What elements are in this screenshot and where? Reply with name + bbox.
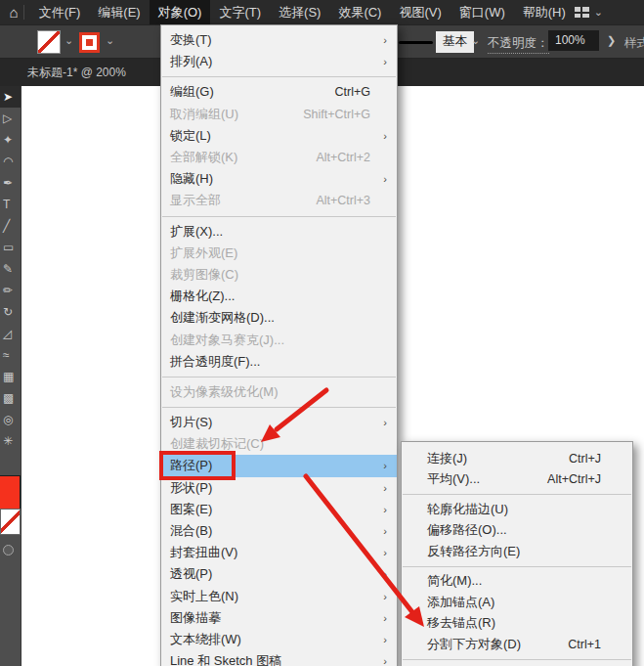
menu-separator bbox=[403, 566, 631, 567]
paintbrush-tool-icon[interactable]: ✎ bbox=[0, 258, 21, 280]
menu-item-label: 图案(E) bbox=[170, 501, 212, 518]
expand-arrow-icon[interactable]: ❯ bbox=[607, 34, 616, 47]
menu-item-label: 取消编组(U) bbox=[170, 106, 238, 123]
menu-item[interactable]: 锁定(L)› bbox=[161, 125, 397, 147]
menu-item[interactable]: 分割下方对象(D)Ctrl+1 bbox=[402, 634, 632, 655]
color-mode-icon[interactable] bbox=[3, 545, 14, 555]
magic-wand-tool-icon[interactable]: ✦ bbox=[0, 129, 21, 151]
menu-item[interactable]: 添加锚点(A) bbox=[402, 592, 632, 613]
menu-item-label: 隐藏(H) bbox=[170, 170, 213, 188]
menu-item[interactable]: 简化(M)... bbox=[402, 571, 632, 593]
menubar-item[interactable]: 文字(T) bbox=[210, 0, 270, 24]
menu-item[interactable]: 设为像素级优化(M) bbox=[161, 381, 397, 403]
menu-item[interactable]: 显示全部Alt+Ctrl+3 bbox=[161, 190, 397, 211]
menu-item[interactable]: 轮廓化描边(U) bbox=[402, 499, 632, 520]
menu-item[interactable]: 透视(P)› bbox=[161, 563, 397, 585]
chevron-down-icon[interactable]: ⌄ bbox=[471, 34, 480, 47]
submenu-arrow-icon: › bbox=[374, 634, 387, 645]
type-tool-icon[interactable]: T bbox=[0, 194, 21, 215]
menu-item[interactable]: 混合(B)› bbox=[161, 520, 397, 542]
path-submenu-dropdown: 连接(J)Ctrl+J平均(V)...Alt+Ctrl+J轮廓化描边(U)偏移路… bbox=[401, 441, 633, 666]
workspace-switcher[interactable]: ⌄ bbox=[575, 6, 603, 19]
menu-item[interactable]: 封套扭曲(V)› bbox=[161, 542, 397, 563]
menu-item[interactable]: 扩展(X)... bbox=[161, 221, 397, 243]
menubar-item[interactable]: 选择(S) bbox=[270, 0, 329, 24]
menubar-item[interactable]: 文件(F) bbox=[30, 0, 90, 24]
line-segment-tool-icon[interactable]: ╱ bbox=[0, 215, 21, 237]
menubar-item[interactable]: 帮助(H) bbox=[514, 0, 575, 24]
menu-item-label: 文本绕排(W) bbox=[170, 631, 241, 648]
brush-style-dropdown[interactable]: 基本 bbox=[436, 31, 474, 53]
menubar-item[interactable]: 编辑(E) bbox=[89, 0, 149, 24]
menu-item[interactable]: 创建裁切标记(C) bbox=[161, 433, 397, 455]
menubar-item[interactable]: 窗口(W) bbox=[451, 0, 514, 24]
menu-item[interactable]: 图像描摹› bbox=[161, 607, 397, 629]
menu-item[interactable]: 裁剪图像(C) bbox=[161, 264, 397, 286]
submenu-arrow-icon: › bbox=[374, 173, 387, 185]
menu-item[interactable]: 切片(S)› bbox=[161, 412, 397, 433]
menu-item[interactable]: 栅格化(Z)... bbox=[161, 286, 397, 307]
scale-tool-icon[interactable]: ◿ bbox=[0, 323, 21, 344]
menu-item-label: 路径(P) bbox=[170, 457, 212, 474]
opacity-label[interactable]: 不透明度： bbox=[488, 35, 549, 54]
eyedropper-tool-icon[interactable]: ◎ bbox=[0, 409, 21, 430]
menu-item[interactable]: 取消编组(U)Shift+Ctrl+G bbox=[161, 104, 397, 125]
menu-item[interactable]: 排列(A)› bbox=[161, 51, 397, 72]
opacity-input[interactable]: 100% bbox=[548, 30, 599, 51]
menu-item-label: 显示全部 bbox=[170, 192, 221, 209]
menubar-item[interactable]: 视图(V) bbox=[390, 0, 450, 24]
home-icon[interactable]: ⌂ bbox=[8, 0, 20, 24]
stroke-color-swatch[interactable] bbox=[79, 32, 100, 53]
menu-item[interactable]: 创建渐变网格(D)... bbox=[161, 307, 397, 329]
menu-item[interactable]: 扩展外观(E) bbox=[161, 243, 397, 264]
pencil-tool-icon[interactable]: ✏ bbox=[0, 280, 21, 301]
menu-item[interactable]: 实时上色(N)› bbox=[161, 586, 397, 607]
submenu-arrow-icon: › bbox=[374, 460, 387, 471]
workspace-layout-icon bbox=[575, 7, 589, 18]
menu-item[interactable]: 形状(P)› bbox=[161, 477, 397, 499]
gradient-tool-icon[interactable]: ▩ bbox=[0, 387, 21, 409]
menu-item[interactable]: 文本绕排(W)› bbox=[161, 629, 397, 650]
style-label: 样式 bbox=[624, 35, 644, 52]
chevron-down-icon[interactable]: ⌄ bbox=[64, 34, 73, 47]
menu-item[interactable]: 偏移路径(O)... bbox=[402, 520, 632, 542]
menu-item[interactable]: 隐藏(H)› bbox=[161, 168, 397, 190]
menu-item[interactable]: 编组(G)Ctrl+G bbox=[161, 81, 397, 103]
rectangle-tool-icon[interactable]: ▭ bbox=[0, 237, 21, 258]
menu-item[interactable]: 路径(P)› bbox=[161, 455, 397, 476]
pen-tool-icon[interactable]: ✒ bbox=[0, 172, 21, 194]
document-tab[interactable]: 未标题-1* @ 200% bbox=[27, 59, 126, 86]
shape-builder-tool-icon[interactable]: ▦ bbox=[0, 366, 21, 387]
menubar-item[interactable]: 效果(C) bbox=[329, 0, 390, 24]
menu-item[interactable]: 图案(E)› bbox=[161, 499, 397, 520]
stroke-none-swatch[interactable] bbox=[0, 509, 21, 535]
menu-item[interactable]: 拼合透明度(F)... bbox=[161, 351, 397, 373]
menubar-item[interactable]: 对象(O) bbox=[150, 0, 211, 24]
menu-item[interactable]: 创建对象马赛克(J)... bbox=[161, 329, 397, 350]
menu-item-label: 实时上色(N) bbox=[170, 588, 238, 605]
hand-tool-icon[interactable]: ✳ bbox=[0, 430, 21, 452]
submenu-arrow-icon: › bbox=[374, 568, 387, 580]
menu-item-label: Line 和 Sketch 图稿 bbox=[170, 652, 281, 666]
submenu-arrow-icon: › bbox=[374, 34, 387, 46]
width-tool-icon[interactable]: ≈ bbox=[0, 344, 21, 366]
chevron-down-icon[interactable]: ⌄ bbox=[106, 34, 114, 47]
menu-item[interactable]: 连接(J)Ctrl+J bbox=[402, 448, 632, 469]
selection-tool-icon[interactable]: ➤ bbox=[0, 86, 21, 108]
submenu-arrow-icon: › bbox=[374, 130, 387, 142]
direct-selection-tool-icon[interactable]: ▷ bbox=[0, 108, 21, 129]
menu-item-label: 创建渐变网格(D)... bbox=[170, 309, 275, 327]
menu-item[interactable]: 全部解锁(K)Alt+Ctrl+2 bbox=[161, 147, 397, 168]
menu-item-label: 变换(T) bbox=[170, 31, 212, 49]
fill-color-swatch[interactable] bbox=[0, 475, 21, 512]
menu-item[interactable]: 反转路径方向(E) bbox=[402, 541, 632, 562]
menu-item-label: 扩展(X)... bbox=[170, 223, 223, 241]
menu-item[interactable]: 平均(V)...Alt+Ctrl+J bbox=[402, 469, 632, 491]
menu-item[interactable]: Line 和 Sketch 图稿› bbox=[161, 650, 397, 666]
menu-item[interactable]: 移去锚点(R) bbox=[402, 613, 632, 635]
stroke-none-swatch[interactable] bbox=[37, 30, 61, 54]
menu-item-label: 添加锚点(A) bbox=[427, 594, 494, 611]
menu-item[interactable]: 变换(T)› bbox=[161, 29, 397, 51]
rotate-tool-icon[interactable]: ↻ bbox=[0, 301, 21, 323]
lasso-tool-icon[interactable]: ◠ bbox=[0, 151, 21, 172]
